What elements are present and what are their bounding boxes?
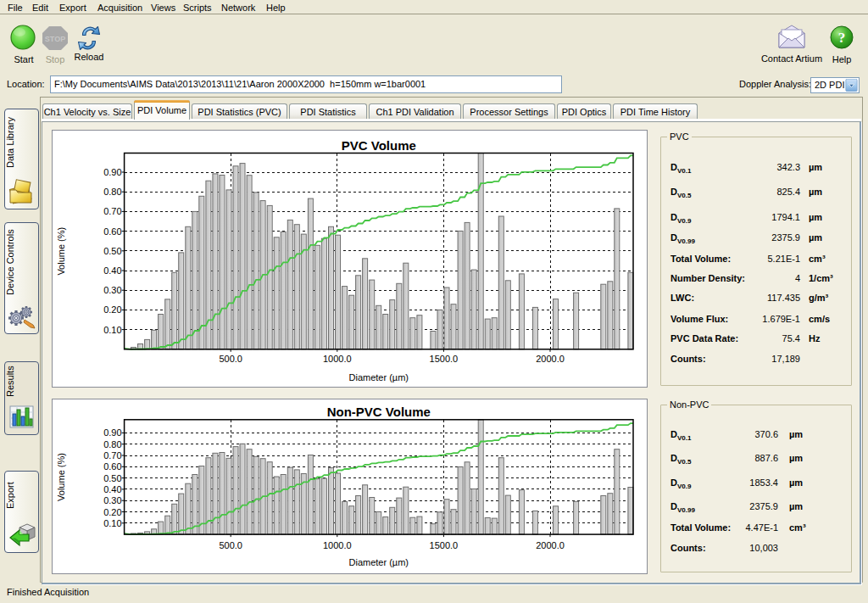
svg-text:Volume (%): Volume (%) (56, 453, 66, 501)
svg-text:Volume (%): Volume (%) (56, 227, 66, 276)
svg-text:1000.0: 1000.0 (323, 540, 352, 550)
svg-text:?: ? (838, 30, 846, 46)
svg-text:0.10: 0.10 (103, 325, 121, 335)
svg-text:0.20: 0.20 (103, 507, 121, 517)
svg-text:PVC Volume: PVC Volume (342, 138, 416, 153)
svg-text:2000.0: 2000.0 (536, 354, 565, 364)
svg-text:0.70: 0.70 (103, 206, 121, 216)
svg-text:0.40: 0.40 (103, 484, 121, 494)
svg-text:Diameter (µm): Diameter (µm) (349, 372, 409, 382)
svg-text:1500.0: 1500.0 (430, 540, 459, 550)
svg-text:0.10: 0.10 (103, 518, 121, 528)
svg-text:0.30: 0.30 (103, 285, 121, 295)
svg-text:0.20: 0.20 (103, 304, 121, 315)
svg-text:2000.0: 2000.0 (536, 540, 565, 550)
svg-text:0.40: 0.40 (103, 265, 121, 276)
svg-text:Non-PVC Volume: Non-PVC Volume (327, 405, 431, 419)
svg-text:1500.0: 1500.0 (430, 354, 459, 364)
svg-text:0.90: 0.90 (103, 167, 121, 177)
svg-text:0.80: 0.80 (103, 439, 121, 449)
svg-text:1000.0: 1000.0 (323, 354, 352, 364)
svg-text:STOP: STOP (45, 35, 65, 43)
svg-text:0.90: 0.90 (103, 427, 121, 438)
svg-text:0.60: 0.60 (103, 226, 121, 237)
svg-text:0.50: 0.50 (103, 246, 121, 256)
svg-text:Diameter (µm): Diameter (µm) (349, 557, 409, 567)
svg-text:0.30: 0.30 (103, 495, 121, 505)
svg-text:0.70: 0.70 (103, 450, 121, 461)
svg-text:500.0: 500.0 (219, 540, 242, 550)
svg-text:500.0: 500.0 (219, 354, 242, 364)
svg-text:0.60: 0.60 (103, 461, 121, 472)
svg-text:0.80: 0.80 (103, 187, 121, 197)
svg-text:0.50: 0.50 (103, 473, 121, 483)
